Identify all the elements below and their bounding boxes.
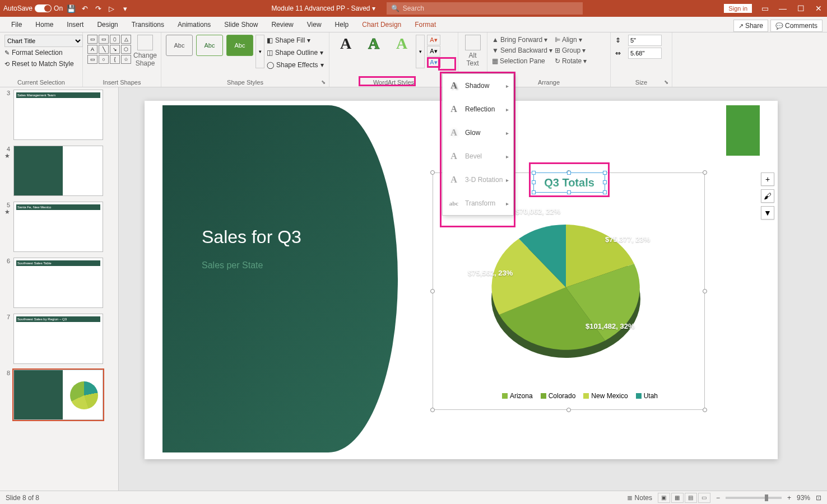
resize-handle-sw[interactable]	[430, 408, 435, 412]
ribbon-options-icon[interactable]: ▭	[760, 4, 770, 13]
signin-button[interactable]: Sign in	[724, 4, 752, 13]
tab-help[interactable]: Help	[328, 17, 356, 32]
tab-view[interactable]: View	[300, 17, 328, 32]
zoom-level[interactable]: 93%	[797, 494, 810, 502]
group-button[interactable]: ⊞ Group ▾	[555, 45, 587, 55]
reading-view-button[interactable]: ▤	[685, 493, 697, 503]
size-launcher[interactable]: ⬊	[663, 78, 670, 85]
slide-thumb-5[interactable]: Santa Fe, New Mexico	[13, 202, 103, 252]
shape-style-2[interactable]: Abc	[196, 35, 223, 56]
highlight-wordart-label	[359, 76, 416, 86]
slide-panel[interactable]: 3Sales Management Team 4★ 5★Santa Fe, Ne…	[0, 87, 119, 491]
group-insert-shapes: Insert Shapes	[83, 79, 161, 86]
slideshow-view-button[interactable]: ▭	[698, 493, 710, 503]
menu-glow[interactable]: AGlow▸	[443, 121, 513, 144]
qat-more-icon[interactable]: ▾	[120, 3, 130, 13]
resize-handle-w[interactable]	[430, 289, 435, 293]
bring-forward-button[interactable]: ▲ Bring Forward ▾	[492, 35, 552, 45]
resize-handle-e[interactable]	[703, 289, 707, 293]
tab-chart-design[interactable]: Chart Design	[355, 17, 408, 32]
shape-style-3[interactable]: Abc	[226, 35, 253, 56]
tab-home[interactable]: Home	[29, 17, 60, 32]
text-fill-button[interactable]: A▾	[427, 35, 440, 45]
rotate-button[interactable]: ↻ Rotate ▾	[555, 56, 587, 66]
resize-handle-se[interactable]	[703, 408, 707, 412]
height-input[interactable]	[628, 35, 662, 46]
tab-design[interactable]: Design	[90, 17, 124, 32]
undo-icon[interactable]: ↶	[80, 3, 90, 13]
reset-style-button[interactable]: ⟲ Reset to Match Style	[4, 58, 83, 69]
slide-accent-box	[726, 105, 760, 156]
comments-button[interactable]: 💬 Comments	[770, 20, 823, 32]
highlight-text-effects	[438, 57, 456, 71]
chart-elements-button[interactable]: +	[761, 172, 774, 186]
wordart-style-1[interactable]: A	[334, 35, 357, 53]
menu-bevel: ABevel▸	[443, 144, 513, 168]
notes-button[interactable]: ≣ Notes	[627, 494, 652, 502]
shapes-gallery[interactable]: ▭▭⬯△A╲↘⬡▭○{☆	[87, 35, 131, 64]
wordart-more[interactable]: ▾	[416, 35, 425, 68]
share-button[interactable]: ↗ Share	[733, 20, 768, 32]
start-icon[interactable]: ▷	[106, 3, 117, 13]
slide-thumb-3[interactable]: Sales Management Team	[13, 90, 103, 140]
wordart-gallery[interactable]: A A A	[334, 35, 414, 53]
highlight-chart-title	[529, 162, 610, 197]
search-box[interactable]: 🔍	[387, 2, 583, 15]
menu-reflection[interactable]: AReflection▸	[443, 97, 513, 121]
close-icon[interactable]: ✕	[814, 4, 824, 13]
pie-chart[interactable]: $70,062, 22% $75,377, 23% $101,482, 32% …	[459, 202, 672, 381]
document-title: Module 11 Advanced PP - Saved ▾	[272, 4, 375, 12]
tab-format[interactable]: Format	[408, 17, 443, 32]
search-input[interactable]	[403, 4, 578, 12]
save-icon[interactable]: 💾	[66, 3, 76, 13]
text-outline-button[interactable]: A▾	[427, 46, 440, 57]
tab-review[interactable]: Review	[264, 17, 300, 32]
shape-style-more[interactable]: ▾	[255, 35, 264, 68]
pie-label-utah: $70,062, 22%	[515, 207, 560, 216]
slide-thumb-6[interactable]: Southwest Sales Table	[13, 258, 103, 308]
sorter-view-button[interactable]: ▦	[671, 493, 684, 503]
pie-label-arizona: $101,482, 32%	[586, 322, 634, 330]
shape-effects-button[interactable]: ◯ Shape Effects ▾	[267, 59, 324, 71]
format-selection-button[interactable]: ✎ Format Selection	[4, 47, 83, 58]
chart-legend: Arizona Colorado New Mexico Utah	[476, 392, 684, 400]
maximize-icon[interactable]: ☐	[796, 4, 806, 13]
selection-pane-button[interactable]: ▦ Selection Pane	[492, 56, 552, 66]
tab-insert[interactable]: Insert	[60, 17, 90, 32]
normal-view-button[interactable]: ▣	[658, 493, 670, 503]
slide-thumb-7[interactable]: Southwest Sales by Region – Q3	[13, 314, 103, 364]
tab-transitions[interactable]: Transitions	[125, 17, 171, 32]
slide-thumb-4[interactable]	[13, 146, 103, 196]
shape-styles-launcher[interactable]: ⬊	[320, 78, 327, 85]
alt-text-button[interactable]: Alt Text	[463, 35, 482, 67]
tab-file[interactable]: File	[4, 17, 29, 32]
fit-window-button[interactable]: ⊡	[816, 494, 821, 502]
chart-styles-button[interactable]: 🖌	[761, 189, 774, 203]
wordart-style-3[interactable]: A	[390, 35, 414, 53]
menu-shadow[interactable]: AShadow▸	[443, 74, 513, 97]
resize-handle-s[interactable]	[566, 408, 571, 412]
chart-filters-button[interactable]: ▼	[761, 206, 774, 220]
align-button[interactable]: ⊫ Align ▾	[555, 35, 587, 45]
shape-fill-button[interactable]: ◧ Shape Fill ▾	[267, 35, 324, 46]
redo-icon[interactable]: ↷	[93, 3, 103, 13]
shape-style-1[interactable]: Abc	[166, 35, 193, 56]
wordart-style-2[interactable]: A	[362, 35, 385, 53]
zoom-out-button[interactable]: −	[716, 494, 720, 502]
pie-label-colorado: $75,562, 23%	[468, 269, 513, 277]
change-shape-button[interactable]: Change Shape	[133, 35, 157, 67]
width-input[interactable]	[628, 48, 662, 59]
tab-slideshow[interactable]: Slide Show	[217, 17, 264, 32]
autosave-toggle[interactable]	[35, 4, 52, 12]
slide-thumb-8[interactable]	[13, 370, 103, 420]
minimize-icon[interactable]: —	[778, 4, 788, 13]
resize-handle-nw[interactable]	[430, 170, 435, 175]
zoom-slider[interactable]	[726, 497, 782, 499]
shape-style-gallery[interactable]: Abc Abc Abc	[166, 35, 253, 56]
tab-animations[interactable]: Animations	[171, 17, 217, 32]
shape-outline-button[interactable]: ◫ Shape Outline ▾	[267, 47, 324, 58]
send-backward-button[interactable]: ▼ Send Backward ▾	[492, 45, 552, 55]
resize-handle-ne[interactable]	[703, 170, 707, 175]
zoom-in-button[interactable]: +	[787, 494, 791, 502]
element-selector[interactable]: Chart Title	[4, 35, 83, 47]
